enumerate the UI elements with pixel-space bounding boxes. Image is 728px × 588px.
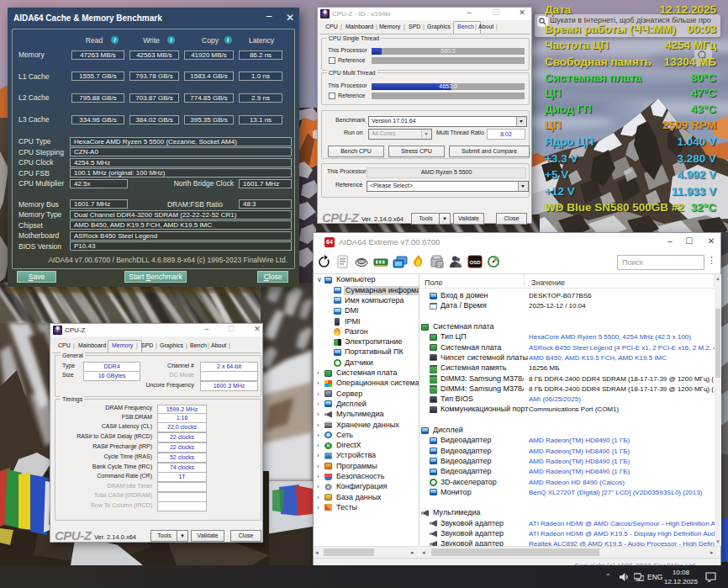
- svg-text:OSD: OSD: [470, 260, 482, 265]
- svg-text:F9: F9: [437, 262, 442, 268]
